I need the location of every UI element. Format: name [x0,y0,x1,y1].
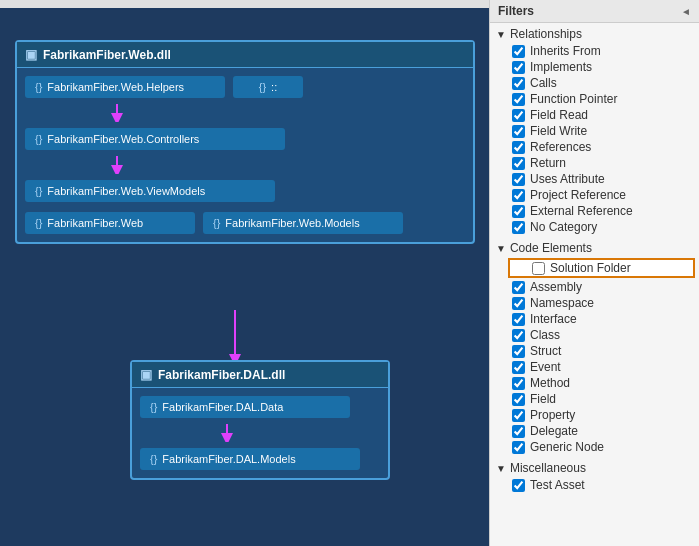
filter-item-field[interactable]: Field [490,391,699,407]
ns-label7: FabrikamFiber.DAL.Data [162,401,283,413]
filter-checkbox-property[interactable] [512,409,525,422]
filter-checkbox-class[interactable] [512,329,525,342]
filter-label: External Reference [530,204,633,218]
filter-label: Event [530,360,561,374]
filter-label: Field [530,392,556,406]
filter-checkbox-solution-folder[interactable] [532,262,545,275]
relationships-section: ▼ Relationships Inherits FromImplementsC… [490,23,699,237]
filter-checkbox-calls[interactable] [512,77,525,90]
ns-controllers[interactable]: {} FabrikamFiber.Web.Controllers [25,128,285,150]
filter-checkbox-field-read[interactable] [512,109,525,122]
filter-label: Solution Folder [550,261,631,275]
filter-checkbox-test-asset[interactable] [512,479,525,492]
ns-icon3: {} [35,133,42,145]
filter-checkbox-uses-attribute[interactable] [512,173,525,186]
ns-label6: FabrikamFiber.Web.Models [225,217,359,229]
filter-item-references[interactable]: References [490,139,699,155]
filter-item-external-reference[interactable]: External Reference [490,203,699,219]
filter-checkbox-namespace[interactable] [512,297,525,310]
dal-dll-title: ▣ FabrikamFiber.DAL.dll [132,362,388,388]
filter-checkbox-field[interactable] [512,393,525,406]
filter-item-field-read[interactable]: Field Read [490,107,699,123]
filter-checkbox-implements[interactable] [512,61,525,74]
filters-header: Filters ◄ [490,0,699,23]
filter-item-delegate[interactable]: Delegate [490,423,699,439]
filter-checkbox-inherits-from[interactable] [512,45,525,58]
ns-icon8: {} [150,453,157,465]
relationships-items: Inherits FromImplementsCallsFunction Poi… [490,43,699,235]
code-elements-header[interactable]: ▼ Code Elements [490,239,699,257]
filter-checkbox-references[interactable] [512,141,525,154]
arrow-to-dal [220,310,250,365]
filter-item-assembly[interactable]: Assembly [490,279,699,295]
filter-checkbox-project-reference[interactable] [512,189,525,202]
filter-item-struct[interactable]: Struct [490,343,699,359]
filter-item-inherits-from[interactable]: Inherits From [490,43,699,59]
filter-item-solution-folder[interactable]: Solution Folder [508,258,695,278]
ns-web-helpers[interactable]: {} FabrikamFiber.Web.Helpers [25,76,225,98]
filters-title: Filters [498,4,534,18]
filter-checkbox-field-write[interactable] [512,125,525,138]
ns-icon7: {} [150,401,157,413]
ns-web[interactable]: {} FabrikamFiber.Web [25,212,195,234]
filter-item-project-reference[interactable]: Project Reference [490,187,699,203]
filter-toggle-button[interactable]: ◄ [681,6,691,17]
relationships-label: Relationships [510,27,582,41]
web-dll-title: ▣ FabrikamFiber.Web.dll [17,42,473,68]
relationships-header[interactable]: ▼ Relationships [490,25,699,43]
ns-colons[interactable]: {} :: [233,76,303,98]
arrow-down-1 [110,104,124,122]
filter-item-event[interactable]: Event [490,359,699,375]
filter-item-method[interactable]: Method [490,375,699,391]
ns-row-3: {} FabrikamFiber.Web.ViewModels [25,180,465,202]
filter-item-no-category[interactable]: No Category [490,219,699,235]
code-elements-items: Solution FolderAssemblyNamespaceInterfac… [490,258,699,455]
filter-item-property[interactable]: Property [490,407,699,423]
filter-label: Generic Node [530,440,604,454]
ns-label4: FabrikamFiber.Web.ViewModels [47,185,205,197]
ns-label2: :: [271,81,277,93]
dal-dll-label: FabrikamFiber.DAL.dll [158,368,285,382]
filter-checkbox-interface[interactable] [512,313,525,326]
filter-checkbox-return[interactable] [512,157,525,170]
filter-item-generic-node[interactable]: Generic Node [490,439,699,455]
ns-dal-data[interactable]: {} FabrikamFiber.DAL.Data [140,396,350,418]
filter-label: Class [530,328,560,342]
filter-checkbox-method[interactable] [512,377,525,390]
filter-label: Struct [530,344,561,358]
ns-icon2: {} [259,81,266,93]
ns-dal-models[interactable]: {} FabrikamFiber.DAL.Models [140,448,360,470]
miscellaneous-header[interactable]: ▼ Miscellaneous [490,459,699,477]
filter-item-field-write[interactable]: Field Write [490,123,699,139]
filter-item-calls[interactable]: Calls [490,75,699,91]
filter-item-interface[interactable]: Interface [490,311,699,327]
diagram-area: ▣ FabrikamFiber.Web.dll {} FabrikamFiber… [0,0,489,546]
filter-checkbox-no-category[interactable] [512,221,525,234]
filter-item-namespace[interactable]: Namespace [490,295,699,311]
dll-icon: ▣ [25,47,37,62]
ns-viewmodels[interactable]: {} FabrikamFiber.Web.ViewModels [25,180,275,202]
filter-label: Implements [530,60,592,74]
ns-row-2: {} FabrikamFiber.Web.Controllers [25,128,465,150]
filter-item-uses-attribute[interactable]: Uses Attribute [490,171,699,187]
dal-dll-box: ▣ FabrikamFiber.DAL.dll {} FabrikamFiber… [130,360,390,480]
filter-item-class[interactable]: Class [490,327,699,343]
ns-models[interactable]: {} FabrikamFiber.Web.Models [203,212,403,234]
filter-checkbox-struct[interactable] [512,345,525,358]
filter-item-implements[interactable]: Implements [490,59,699,75]
filter-checkbox-function-pointer[interactable] [512,93,525,106]
top-scrollbar[interactable] [0,0,489,8]
right-panel: Filters ◄ ▼ Relationships Inherits FromI… [489,0,699,546]
filter-checkbox-generic-node[interactable] [512,441,525,454]
filter-checkbox-assembly[interactable] [512,281,525,294]
filter-checkbox-external-reference[interactable] [512,205,525,218]
filter-item-return[interactable]: Return [490,155,699,171]
filter-item-test-asset[interactable]: Test Asset [490,477,699,493]
filter-item-function-pointer[interactable]: Function Pointer [490,91,699,107]
filter-checkbox-delegate[interactable] [512,425,525,438]
filter-label: Field Write [530,124,587,138]
dal-dll-content: {} FabrikamFiber.DAL.Data {} FabrikamFib… [132,388,388,478]
filter-checkbox-event[interactable] [512,361,525,374]
miscellaneous-label: Miscellaneous [510,461,586,475]
miscellaneous-items: Test Asset [490,477,699,493]
